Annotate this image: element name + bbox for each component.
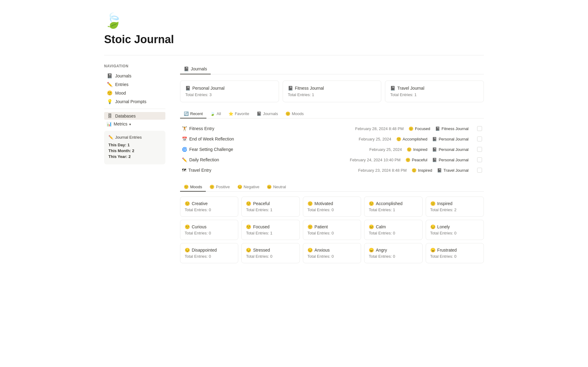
personal-journal-count: Total Entries: 3: [185, 92, 274, 97]
metrics-label: Metrics: [114, 122, 127, 126]
mood-card[interactable]: 🙂 Accomplished Total Entries: 1: [364, 197, 422, 217]
journal-card-fitness[interactable]: 📓 Fitness Journal Total Entries: 1: [283, 81, 382, 102]
mood-emoji: 🙂: [405, 158, 410, 162]
fitness-journal-title: Fitness Journal: [295, 86, 324, 91]
metrics-card-icon: ✏️: [108, 135, 113, 140]
journal-card-travel[interactable]: 📓 Travel Journal Total Entries: 1: [385, 81, 484, 102]
mood-card-title-text: Inspired: [437, 201, 453, 206]
section-tabs: 📓 Journals: [180, 64, 484, 74]
header-divider: [104, 55, 484, 55]
sidebar: Navigation 📓 Journals ✏️ Entries 🙂 Mood …: [104, 64, 165, 263]
mood-card-count: Total Entries: 0: [246, 254, 295, 259]
mood-card[interactable]: 😠 Angry Total Entries: 0: [364, 243, 422, 263]
entry-tab-moods[interactable]: 🙂 Moods: [282, 110, 307, 118]
entry-tab-favorite-label: Favorite: [235, 111, 249, 116]
metrics-this-month: This Month: 2: [108, 148, 161, 153]
mood-tab-positive[interactable]: 🙂 Positive: [206, 183, 234, 192]
mood-card-count: Total Entries: 0: [369, 231, 418, 235]
fitness-journal-icon: 📓: [288, 86, 293, 91]
mood-card-icon: 😔: [307, 248, 313, 253]
tab-journals-small-icon: 📓: [257, 111, 262, 116]
entry-row[interactable]: ✏️ Daily Reflection February 24, 2024 10…: [180, 155, 484, 165]
entry-row[interactable]: 🏋 Fitness Entry February 28, 2024 8:48 P…: [180, 123, 484, 134]
mood-card-title-text: Stressed: [253, 248, 270, 253]
mood-tab-negative-label: Negative: [244, 185, 259, 189]
mood-card[interactable]: 🙂 Motivated Total Entries: 0: [303, 197, 361, 217]
sidebar-item-databases[interactable]: 🗄 Databases: [104, 112, 165, 120]
entry-icon: 📅: [182, 137, 187, 141]
sidebar-item-journal-prompts[interactable]: 💡 Journal Prompts: [104, 98, 165, 106]
entry-checkbox[interactable]: [477, 168, 482, 173]
metrics-toggle[interactable]: 📊 Metrics: [104, 120, 165, 128]
mood-card-title-text: Frustrated: [437, 248, 457, 253]
mood-tab-positive-label: Positive: [216, 185, 230, 189]
mood-card-icon: 😠: [430, 248, 435, 253]
mood-emoji: 🙂: [412, 168, 417, 173]
entry-tab-favorite[interactable]: ⭐ Favorite: [225, 110, 253, 118]
page-title: Stoic Journal: [104, 33, 484, 46]
entry-row[interactable]: 🌀 Fear Setting Challenge February 25, 20…: [180, 144, 484, 155]
mood-card[interactable]: 🙂 Focused Total Entries: 1: [241, 220, 300, 240]
entry-tab-recent[interactable]: 🔄 Recent: [180, 110, 206, 118]
mood-card[interactable]: 😠 Frustrated Total Entries: 0: [426, 243, 484, 263]
all-icon: 🍃: [210, 111, 215, 116]
mood-card[interactable]: 🙂 Peaceful Total Entries: 1: [241, 197, 300, 217]
entry-checkbox[interactable]: [477, 147, 482, 152]
entry-icon: 🏋: [182, 126, 187, 131]
entry-title-text: End of Week Reflection: [189, 137, 234, 141]
mood-card-count: Total Entries: 0: [307, 208, 356, 212]
metrics-this-day: This Day: 1: [108, 143, 161, 147]
mood-card[interactable]: 😔 Lonely Total Entries: 0: [426, 220, 484, 240]
entry-tab-all[interactable]: 🍃 All: [206, 110, 224, 118]
mood-emoji: 🙂: [409, 126, 413, 131]
mood-card-icon: 🙂: [307, 201, 313, 206]
mood-card[interactable]: 🙂 Inspired Total Entries: 2: [426, 197, 484, 217]
mood-card-icon: 😠: [369, 248, 374, 253]
sidebar-item-entries[interactable]: ✏️ Entries: [104, 81, 165, 88]
sidebar-item-journals[interactable]: 📓 Journals: [104, 72, 165, 80]
entry-row[interactable]: 🗺 Travel Entry February 23, 2024 8:48 PM…: [180, 165, 484, 175]
sidebar-item-mood[interactable]: 🙂 Mood: [104, 89, 165, 97]
mood-tab-negative[interactable]: 😔 Negative: [234, 183, 263, 192]
negative-icon: 😔: [237, 185, 242, 189]
mood-card-icon: 😔: [246, 248, 251, 253]
mood-card-count: Total Entries: 1: [369, 208, 418, 212]
entry-tab-recent-label: Recent: [190, 111, 203, 116]
mood-card-title-text: Accomplished: [376, 201, 402, 206]
mood-card-count: Total Entries: 0: [185, 231, 234, 235]
metrics-card: ✏️ Journal Entries This Day: 1 This Mont…: [104, 131, 165, 164]
tab-journals[interactable]: 📓 Journals: [180, 64, 211, 74]
entry-tab-journals[interactable]: 📓 Journals: [253, 110, 282, 118]
mood-card[interactable]: 🙂 Curious Total Entries: 0: [180, 220, 238, 240]
journal-prompts-icon: 💡: [107, 99, 113, 104]
entry-row[interactable]: 📅 End of Week Reflection February 25, 20…: [180, 134, 484, 144]
mood-card[interactable]: 😔 Disappointed Total Entries: 0: [180, 243, 238, 263]
mood-card-count: Total Entries: 0: [430, 231, 479, 235]
entry-journal: 📓 Travel Journal: [437, 168, 469, 173]
journals-grid: 📓 Personal Journal Total Entries: 3 📓 Fi…: [180, 81, 484, 102]
entry-checkbox[interactable]: [477, 126, 482, 131]
journals-icon: 📓: [107, 73, 113, 79]
mood-card-title-text: Calm: [376, 224, 386, 229]
mood-card[interactable]: 🙂 Creative Total Entries: 0: [180, 197, 238, 217]
mood-card[interactable]: 😔 Stressed Total Entries: 0: [241, 243, 300, 263]
mood-tab-neutral[interactable]: 😐 Neutral: [263, 183, 290, 192]
mood-icon: 🙂: [107, 90, 113, 96]
mood-card[interactable]: 😐 Calm Total Entries: 0: [364, 220, 422, 240]
journal-emoji: 📓: [435, 126, 440, 131]
mood-card[interactable]: 😔 Anxious Total Entries: 0: [303, 243, 361, 263]
entry-checkbox[interactable]: [477, 157, 482, 162]
tab-journals-label: Journals: [191, 66, 207, 71]
moods-grid: 🙂 Creative Total Entries: 0 🙂 Peaceful T…: [180, 197, 484, 263]
favorite-icon: ⭐: [228, 111, 233, 116]
mood-card[interactable]: 🙂 Patient Total Entries: 0: [303, 220, 361, 240]
mood-tab-moods[interactable]: 🙂 Moods: [180, 183, 206, 192]
mood-card-icon: 🙂: [307, 224, 313, 229]
moods-tab-icon: 🙂: [184, 185, 189, 189]
entry-checkbox[interactable]: [477, 137, 482, 141]
entry-title-text: Fitness Entry: [189, 126, 214, 131]
travel-journal-icon: 📓: [390, 86, 395, 91]
entry-title-text: Fear Setting Challenge: [189, 147, 233, 152]
journal-card-personal[interactable]: 📓 Personal Journal Total Entries: 3: [180, 81, 279, 102]
entry-icon: ✏️: [182, 157, 187, 162]
